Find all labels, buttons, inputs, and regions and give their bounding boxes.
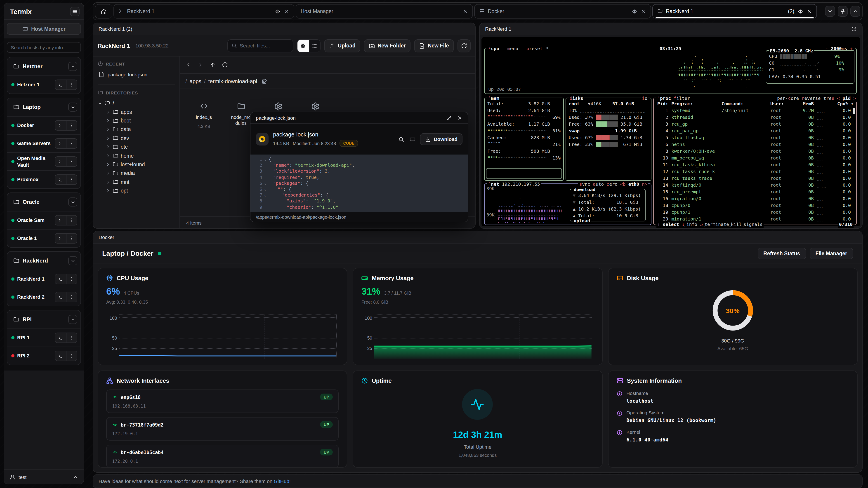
host-item[interactable]: Docker: [7, 116, 81, 134]
refresh-status-button[interactable]: Refresh Status: [757, 248, 806, 259]
host-item[interactable]: Game Servers: [7, 134, 81, 152]
host-terminal-button[interactable]: [55, 216, 66, 225]
keyboard-icon[interactable]: [410, 136, 416, 142]
host-menu-button[interactable]: [66, 216, 77, 225]
host-item[interactable]: RackNerd 1: [7, 270, 81, 288]
host-item[interactable]: Open Media Vault: [7, 152, 81, 170]
download-button[interactable]: Download: [420, 133, 463, 145]
host-group-header[interactable]: Laptop: [7, 98, 81, 116]
tab-host-manager[interactable]: Host Manager: [296, 4, 473, 19]
new-folder-button[interactable]: New Folder: [364, 39, 411, 52]
host-item[interactable]: Oracle 1: [7, 229, 81, 247]
sidebar-menu-button[interactable]: [70, 6, 80, 16]
tabs-scroll-down-button[interactable]: [825, 6, 835, 17]
host-menu-button[interactable]: [66, 157, 77, 166]
host-terminal-button[interactable]: [55, 80, 66, 90]
tree-item[interactable]: home: [98, 151, 175, 160]
file-item[interactable]: index.js 4.3 KB: [188, 102, 220, 129]
sidebar-user-row[interactable]: test: [4, 469, 84, 484]
breadcrumb-apps[interactable]: apps: [190, 78, 202, 84]
split-icon[interactable]: [798, 8, 803, 14]
close-icon[interactable]: [463, 8, 468, 14]
host-terminal-button[interactable]: [55, 121, 66, 130]
host-terminal-button[interactable]: [55, 292, 66, 302]
host-menu-button[interactable]: [66, 351, 77, 361]
network-interface-item[interactable]: br-73718f7a09d2 UP 172.19.0.1: [106, 417, 339, 441]
tab-docker[interactable]: Docker: [474, 4, 651, 19]
group-collapse-button[interactable]: [68, 103, 77, 111]
tree-item[interactable]: lost+found: [98, 160, 175, 169]
close-icon[interactable]: [641, 8, 646, 14]
host-menu-button[interactable]: [66, 121, 77, 130]
close-icon[interactable]: [807, 8, 812, 14]
refresh-files-button[interactable]: [458, 39, 471, 52]
tree-item[interactable]: boot: [98, 116, 175, 125]
host-menu-button[interactable]: [66, 292, 77, 302]
network-interface-item[interactable]: br-d6abe1b5cab4 UP 172.20.0.1: [106, 445, 339, 468]
tree-item[interactable]: apps: [98, 107, 175, 116]
group-collapse-button[interactable]: [68, 256, 77, 265]
tree-item[interactable]: dev: [98, 134, 175, 142]
upload-button[interactable]: Upload: [324, 39, 361, 52]
up-icon[interactable]: [210, 62, 216, 68]
tree-item[interactable]: data: [98, 125, 175, 134]
group-collapse-button[interactable]: [68, 62, 77, 71]
expand-icon[interactable]: [446, 115, 452, 121]
host-group-header[interactable]: Hetzner: [7, 57, 81, 75]
forward-icon[interactable]: [197, 62, 204, 68]
file-search-input[interactable]: Search files...: [228, 39, 293, 52]
host-group-header[interactable]: Oracle: [7, 193, 81, 211]
host-item[interactable]: RackNerd 2: [7, 288, 81, 306]
host-terminal-button[interactable]: [55, 175, 66, 184]
breadcrumb-current[interactable]: termix-download-api: [208, 78, 257, 84]
close-icon[interactable]: [284, 8, 289, 14]
network-interface-item[interactable]: enp6s18 UP 192.168.68.11: [106, 390, 339, 413]
host-menu-button[interactable]: [66, 80, 77, 90]
host-terminal-button[interactable]: [55, 351, 66, 361]
host-menu-button[interactable]: [66, 234, 77, 243]
tree-item[interactable]: media: [98, 169, 175, 177]
split-icon[interactable]: [631, 8, 638, 14]
host-terminal-button[interactable]: [55, 234, 66, 243]
host-terminal-button[interactable]: [55, 274, 66, 284]
close-icon[interactable]: [457, 115, 463, 121]
host-item[interactable]: Proxmox: [7, 170, 81, 188]
back-icon[interactable]: [185, 62, 191, 68]
tab-racknerd1-terminal[interactable]: RackNerd 1: [114, 4, 294, 19]
terminal-screen[interactable]: ¹cpu menu preset * 03:31:25 - 2000ms + ⢀…: [482, 37, 860, 226]
host-menu-button[interactable]: [66, 175, 77, 184]
home-button[interactable]: [95, 4, 112, 19]
tree-item[interactable]: mnt: [98, 177, 175, 186]
edit-path-icon[interactable]: [262, 78, 267, 84]
tree-item[interactable]: etc: [98, 142, 175, 151]
grid-view-button[interactable]: [298, 39, 309, 52]
split-icon[interactable]: [275, 8, 281, 14]
list-view-button[interactable]: [309, 39, 320, 52]
host-terminal-button[interactable]: [55, 157, 66, 166]
tree-item[interactable]: opt: [98, 186, 175, 195]
pin-button[interactable]: [838, 6, 848, 17]
github-link[interactable]: GitHub: [274, 479, 289, 484]
recent-file-item[interactable]: package-lock.json: [98, 68, 175, 80]
refresh-icon[interactable]: [851, 26, 857, 32]
group-collapse-button[interactable]: [68, 315, 77, 324]
docker-file-manager-button[interactable]: File Manager: [809, 248, 853, 259]
tree-root[interactable]: /: [98, 99, 175, 107]
host-menu-button[interactable]: [66, 333, 77, 343]
host-terminal-button[interactable]: [55, 333, 66, 343]
host-group-header[interactable]: RPI: [7, 311, 81, 328]
host-group-header[interactable]: RackNerd: [7, 252, 81, 270]
host-item[interactable]: RPI 2: [7, 347, 81, 365]
host-menu-button[interactable]: [66, 139, 77, 148]
host-search-input[interactable]: [7, 42, 81, 53]
group-collapse-button[interactable]: [68, 197, 77, 206]
refresh-icon[interactable]: [222, 62, 228, 68]
host-item[interactable]: RPI 1: [7, 328, 81, 347]
search-in-file-icon[interactable]: [399, 136, 404, 142]
tab-racknerd1-files[interactable]: RackNerd 1 (2): [652, 4, 817, 19]
host-menu-button[interactable]: [66, 274, 77, 284]
tabs-scroll-up-button[interactable]: [850, 6, 860, 17]
host-manager-button[interactable]: Host Manager: [7, 23, 81, 35]
host-terminal-button[interactable]: [55, 139, 66, 148]
host-item[interactable]: Oracle Sam: [7, 211, 81, 229]
